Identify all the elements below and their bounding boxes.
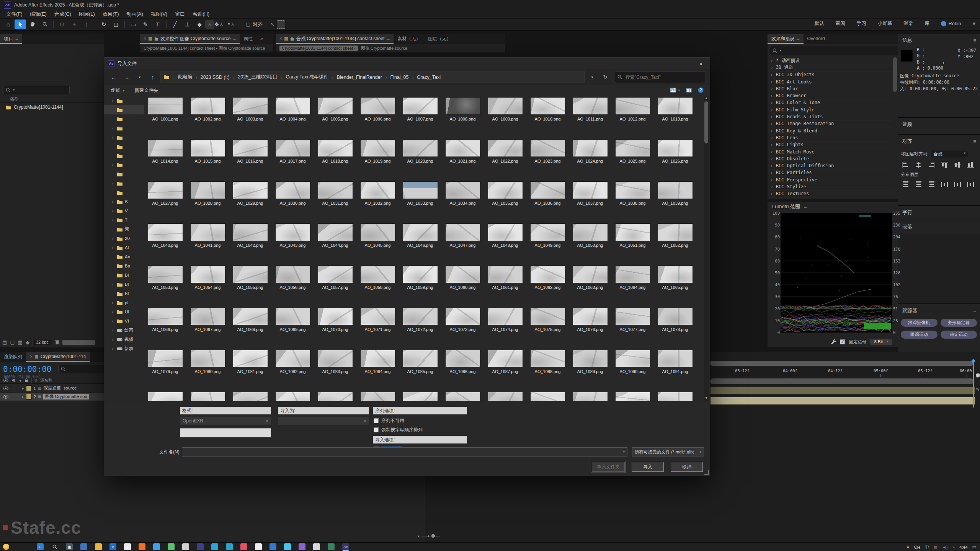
file-item[interactable]: AO_1042.png [229, 224, 271, 266]
effects-category-row[interactable]: ›BCC Perspective [768, 176, 892, 183]
folder-tree-item[interactable]: ›pi [104, 298, 144, 307]
layer-row-2[interactable]: ▸ 2 ▦ 图像 Cryptomatte sou [0, 393, 104, 401]
search-input[interactable] [625, 74, 691, 80]
cancel-button[interactable]: 取消 [671, 462, 703, 472]
search-icon[interactable] [51, 543, 58, 550]
file-item[interactable]: AO_1001.png [144, 98, 186, 140]
app-icon[interactable] [211, 543, 218, 550]
folder-tree-item[interactable]: ›V [104, 206, 144, 215]
tab-overflow-icon[interactable]: » [256, 34, 267, 44]
tab-effect-controls[interactable]: × 效果控件 图像 Cryptomatte source ≡ [140, 34, 240, 44]
file-item[interactable] [569, 392, 611, 401]
breadcrumb-segment[interactable]: 2025_三维CG项目 [238, 74, 278, 80]
effects-category-row[interactable]: ›BCC Image Restoration [768, 121, 892, 127]
new-composition-icon[interactable]: ▦ [18, 339, 23, 345]
rotation-tool[interactable]: ↻ [98, 20, 109, 29]
effects-category-row[interactable]: ›BCC 3D Objects [768, 72, 892, 78]
file-item[interactable]: AO_1026.png [654, 140, 696, 182]
distribute-vertical-center-icon[interactable] [915, 181, 923, 188]
align-left-icon[interactable] [902, 161, 910, 168]
wrench-icon[interactable] [831, 339, 836, 344]
tracker-button[interactable]: 稳定运动 [941, 331, 977, 339]
effects-category-row[interactable]: ›BCC Textures [768, 191, 892, 197]
mask-mode-icon[interactable]: ▢ [246, 21, 250, 27]
dolly-camera-tool[interactable]: ↕ [81, 20, 92, 29]
layer-duration-bar-2[interactable] [710, 397, 975, 405]
file-item[interactable]: AO_1068.png [229, 308, 271, 350]
file-item[interactable]: AO_1015.png [186, 140, 229, 182]
dialog-search-box[interactable] [615, 72, 706, 83]
align-vertical-center-icon[interactable] [954, 161, 962, 168]
tab-project[interactable]: 项目 ≡ [0, 34, 22, 44]
file-item[interactable]: AO_1054.png [186, 266, 229, 308]
file-item[interactable]: AO_1003.png [229, 98, 271, 140]
folder-tree-item[interactable]: ›绘画 [104, 326, 144, 335]
effects-category-row[interactable]: ›BCC Lens [768, 134, 892, 141]
chevron-icon[interactable]: › [112, 135, 115, 140]
effects-category-row[interactable]: ›BCC Obsolete [768, 155, 892, 162]
file-item[interactable]: AO_1073.png [441, 308, 484, 350]
file-item[interactable]: AO_1019.png [356, 140, 399, 182]
file-item[interactable] [611, 392, 654, 401]
file-item[interactable]: AO_1088.png [526, 350, 569, 392]
eraser-tool[interactable]: ◆ [194, 20, 205, 29]
file-item[interactable]: AO_1030.png [271, 182, 314, 224]
notification-icon[interactable]: ▭ [972, 544, 976, 549]
pin-signal-checkbox[interactable] [840, 339, 845, 344]
file-item[interactable]: AO_1041.png [186, 224, 229, 266]
workspace-tab[interactable]: 默认 [815, 20, 824, 27]
chevron-icon[interactable]: › [112, 301, 115, 305]
filetype-dropdown[interactable]: 所有可接受的文件 (*.mdl;*.glb;▾ [632, 447, 704, 456]
project-search-input[interactable]: ▾ [3, 86, 70, 94]
file-item[interactable]: AO_1086.png [441, 350, 484, 392]
tab-composition[interactable]: × 合成 CryptoMatte[1001-1144] contact shee… [276, 34, 394, 44]
tracker-button[interactable]: 变形稳定器 [941, 319, 977, 327]
workspace-tab[interactable]: 学习 [857, 20, 866, 27]
import-folder-button[interactable]: 导入文件夹 [592, 462, 625, 472]
chevron-icon[interactable]: › [112, 200, 115, 204]
trash-icon[interactable] [55, 340, 59, 345]
file-item[interactable]: AO_1017.png [271, 140, 314, 182]
current-timecode[interactable]: 0:00:00:00 [3, 365, 51, 374]
file-item[interactable]: AO_1049.png [526, 224, 569, 266]
file-item[interactable]: AO_1078.png [654, 308, 696, 350]
folder-tree-item[interactable]: Ba [104, 261, 144, 271]
audio-column-icon[interactable] [11, 378, 16, 382]
chevron-icon[interactable]: › [112, 126, 115, 130]
breadcrumb-segment[interactable]: Carzy Taxi 教学课件 [286, 74, 328, 80]
app-icon[interactable] [197, 543, 204, 550]
folder-tree-item[interactable]: ›VI [104, 316, 144, 326]
file-item[interactable]: AO_1031.png [314, 182, 356, 224]
folder-tree-item[interactable] [104, 114, 144, 124]
file-item[interactable]: AO_1058.png [356, 266, 399, 308]
workspace-menu-icon[interactable]: ≡ [972, 21, 975, 26]
app-icon[interactable] [153, 543, 160, 550]
effects-scrollbar[interactable] [893, 57, 897, 92]
workspace-tab[interactable]: 渲染 [903, 20, 913, 27]
after-effects-icon[interactable]: Ae [342, 543, 349, 550]
effects-search-input[interactable]: ▾ [770, 46, 898, 55]
file-item[interactable]: AO_1023.png [526, 140, 569, 182]
close-icon[interactable]: × [30, 354, 33, 359]
user-account[interactable]: Robin [941, 21, 961, 26]
file-item[interactable]: AO_1090.png [611, 350, 654, 392]
effects-category-row[interactable]: ›BCC Grads & Tints [768, 113, 892, 120]
details-view-icon[interactable] [686, 88, 692, 93]
sequence-unavailable-checkbox-row[interactable]: 序列不可用 [374, 417, 404, 424]
ime-mode[interactable]: 中 [925, 544, 929, 550]
shape-tool[interactable]: ▭ [127, 20, 139, 29]
file-item[interactable]: AO_1085.png [399, 350, 441, 392]
panel-menu-icon[interactable]: ≡ [233, 36, 236, 42]
file-item[interactable]: AO_1040.png [144, 224, 186, 266]
app-icon[interactable] [284, 543, 291, 550]
eye-icon[interactable] [3, 395, 8, 399]
effects-category-row[interactable]: ›BCC Browser [768, 92, 892, 99]
view-mode-button[interactable]: ▾ [670, 88, 680, 93]
align-horizontal-center-icon[interactable] [915, 161, 923, 168]
import-button[interactable]: 导入 [632, 462, 664, 472]
close-icon[interactable]: × [279, 36, 282, 41]
tab-effects-presets[interactable]: 效果和预设 ≡ [768, 34, 804, 44]
wechat-icon[interactable] [168, 543, 175, 550]
folder-tree-item[interactable]: An [104, 252, 144, 261]
file-item[interactable]: AO_1074.png [484, 308, 526, 350]
